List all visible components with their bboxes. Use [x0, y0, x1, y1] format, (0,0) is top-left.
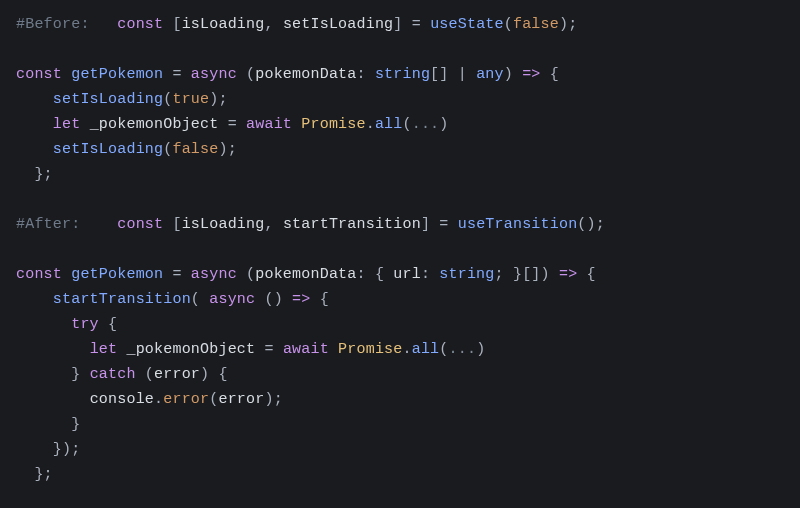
code-block: #Before: const [isLoading, setIsLoading]…	[0, 0, 800, 499]
getPokemon-after: getPokemon	[71, 266, 163, 283]
kw-const-2: const	[16, 66, 62, 83]
kw-const-3: const	[117, 216, 163, 233]
kw-const-1: const	[117, 16, 163, 33]
getPokemon-before: getPokemon	[71, 66, 163, 83]
before-comment: #Before:	[16, 16, 90, 33]
kw-const-4: const	[16, 266, 62, 283]
after-comment: #After:	[16, 216, 80, 233]
